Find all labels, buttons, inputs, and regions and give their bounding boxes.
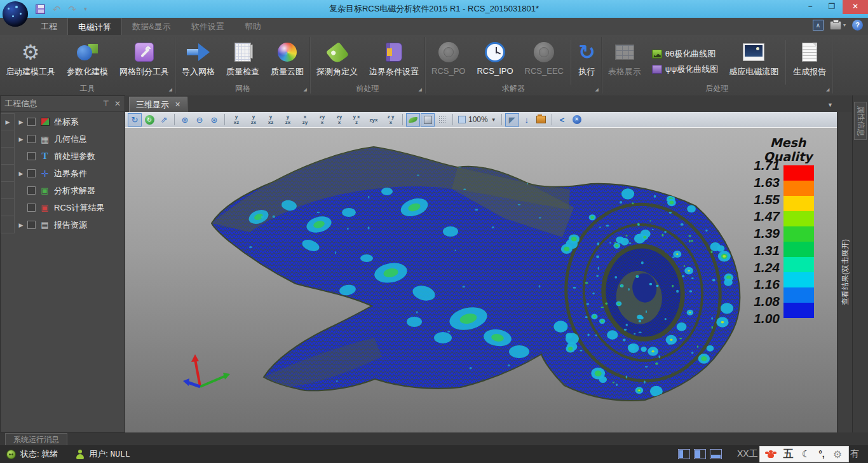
results-collapsed-tab[interactable]: 查看结果(双击展开) [837,112,852,432]
rcs-ipo-button[interactable]: RCS_IPO [471,38,519,77]
ime-language-toggle[interactable]: 五 [783,448,794,461]
quality-check-button[interactable]: 质量检查 [220,38,265,79]
zoom-in-icon[interactable]: ⊕ [178,113,192,127]
group-expander-icon[interactable]: ◢ [826,87,829,92]
launch-modeling-tool-button[interactable]: ⚙ 启动建模工具 [0,38,61,79]
menu-tab-settings[interactable]: 软件设置 [181,18,234,35]
group-expander-icon[interactable]: ◢ [169,87,172,92]
table-display-button[interactable]: 表格展示 [602,38,647,79]
tree-arrow-icon[interactable]: ▶ [15,136,27,142]
group-expander-icon[interactable]: ◢ [304,87,307,92]
tree-checkbox[interactable] [27,169,36,177]
3d-viewport[interactable]: Mesh Quality 1.71 1.63 1.55 1.47 1.39 1.… [125,128,837,432]
restore-button[interactable]: ❐ [821,0,843,14]
layout-left-panel-icon[interactable] [678,449,690,459]
redo-icon[interactable]: ↷ [69,4,77,14]
tree-item-boundary-conditions[interactable]: ▶ ✛ 边界条件 [1,165,125,182]
view-bottom-icon[interactable]: zy x [314,113,330,127]
execute-button[interactable]: ↻ 执行 [573,38,601,79]
tree-item-coordinate-system[interactable]: ▶ ▶ 坐标系 [1,113,125,130]
tree-arrow-icon[interactable]: ▶ [15,170,27,177]
induced-current-map-button[interactable]: 感应电磁流图 [723,38,784,79]
pin-icon[interactable]: ⊤ [102,99,109,108]
tree-arrow-icon[interactable]: ▶ [6,119,10,125]
tree-item-rcs-results[interactable]: ▣ RCS计算结果 [1,199,125,216]
view-back-icon[interactable]: y zx [245,113,262,127]
zoom-level-dropdown[interactable]: 100% ▼ [456,113,498,127]
menu-tab-project[interactable]: 工程 [31,18,67,35]
panel-close-icon[interactable]: ✕ [114,99,121,108]
group-expander-icon[interactable]: ◢ [595,87,598,92]
tree-checkbox[interactable] [27,135,36,143]
tab-3d-display[interactable]: 三维显示 ✕ [129,97,187,112]
tree-checkbox[interactable] [27,221,36,229]
zoom-out-icon[interactable]: ⊖ [193,113,207,127]
close-button[interactable]: ✕ [843,0,868,14]
tab-list-caret-icon[interactable]: ▼ [827,102,833,108]
collapse-ribbon-icon[interactable]: ∧ [813,20,824,31]
ime-paw-icon[interactable] [768,453,774,458]
tree-checkbox[interactable] [27,152,36,160]
view-top-icon[interactable]: x zy [297,113,313,127]
tree-arrow-icon[interactable]: ▶ [15,222,27,228]
menu-tab-help[interactable]: 帮助 [234,18,271,35]
property-info-tab[interactable]: 属性信息 [854,102,867,140]
menu-tab-data-display[interactable]: 数据&显示 [122,18,181,35]
tree-item-preprocess-params[interactable]: T 前处理参数 [1,148,125,165]
import-mesh-button[interactable]: 导入网格 [176,38,220,79]
capture-icon[interactable] [534,113,548,127]
surface-mode-icon[interactable] [421,113,435,127]
share-icon[interactable]: < [555,113,569,127]
pan-tool-icon[interactable]: ⇗ [157,113,171,127]
tree-checkbox[interactable] [27,204,36,212]
rotate-tool-icon[interactable]: ↻ [128,113,142,127]
boundary-condition-button[interactable]: 边界条件设置 [363,38,424,79]
display-mode-caret-icon[interactable]: ▾ [843,22,846,28]
view-iso-3-icon[interactable]: zyx [365,113,382,127]
selection-mode-icon[interactable]: ◤ [505,113,519,127]
menu-tab-em-compute[interactable]: 电磁计算 [67,18,122,35]
quick-access-caret-icon[interactable]: ▾ [84,6,87,12]
group-expander-icon[interactable]: ◢ [419,87,422,92]
undo-icon[interactable]: ↶ [53,4,61,14]
quality-cloud-button[interactable]: 质量云图 [265,38,309,79]
tree-arrow-icon[interactable]: ▶ [15,119,27,125]
save-icon[interactable] [36,4,45,14]
mesh-partition-tool-button[interactable]: 网格剖分工具 [114,38,175,79]
help-icon[interactable]: ? [852,20,863,31]
view-iso-4-icon[interactable]: z y x [383,113,399,127]
ime-punctuation-toggle[interactable]: °, [818,449,825,459]
display-mode-icon[interactable] [830,21,841,30]
moon-icon[interactable]: ☾ [802,448,810,460]
close-view-icon[interactable]: ✕ [570,113,584,127]
tree-item-analysis-solver[interactable]: ▣ 分析求解器 [1,182,125,199]
drop-view-icon[interactable]: ↓ [520,113,534,127]
zoom-fit-icon[interactable]: ⊛ [207,113,221,127]
rcs-po-button[interactable]: RCS_PO [426,38,471,77]
ime-settings-gear-icon[interactable]: ⚙ [833,448,842,460]
view-iso-1-icon[interactable]: zy x [331,113,348,127]
tree-item-geometry-info[interactable]: ▶ ▦ 几何信息 [1,130,125,148]
minimize-button[interactable]: − [799,0,821,14]
tab-close-icon[interactable]: ✕ [175,100,180,109]
ime-toolbar[interactable]: 五 ☾ °, ⚙ [759,446,849,462]
orbit-tool-icon[interactable]: ↻ [142,113,156,127]
wireframe-mode-icon[interactable] [435,113,449,127]
view-left-icon[interactable]: y xz [262,113,279,127]
generate-report-button[interactable]: 生成报告 [787,38,832,79]
tree-checkbox[interactable] [27,186,36,195]
view-iso-2-icon[interactable]: y x z [348,113,365,127]
view-right-icon[interactable]: y zx [280,113,296,127]
psi-polarization-button[interactable]: ψψ极化曲线图 [652,64,719,75]
tree-item-report-resources[interactable]: ▶ ▤ 报告资源 [1,216,125,233]
probe-angle-button[interactable]: 探测角定义 [311,38,363,79]
shaded-mode-icon[interactable] [406,113,420,127]
layout-bottom-panel-icon[interactable] [710,449,722,459]
tree-checkbox[interactable] [27,118,36,126]
view-front-icon[interactable]: y xz [228,113,245,127]
theta-polarization-button[interactable]: θθ极化曲线图 [652,48,719,60]
app-logo[interactable] [3,1,28,27]
layout-wide-left-icon[interactable] [694,449,706,459]
parametric-modeling-button[interactable]: 参数化建模 [61,38,114,79]
system-message-tab[interactable]: 系统运行消息 [5,433,67,445]
